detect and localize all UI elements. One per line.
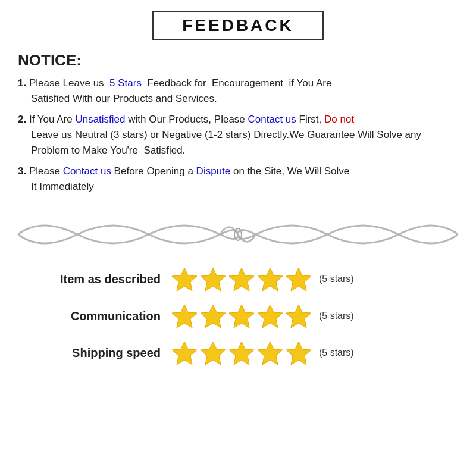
rating-row-shipping-speed: Shipping speed (5 stars)	[30, 340, 458, 366]
notice-number-2: 2.	[18, 114, 26, 125]
page: FEEDBACK NOTICE: 1. Please Leave us 5 St…	[0, 0, 476, 476]
svg-marker-9	[258, 305, 283, 328]
stars-communication: (5 stars)	[171, 303, 354, 329]
feedback-title: FEEDBACK	[182, 16, 294, 35]
five-stars-text: 5 Stars	[109, 77, 142, 89]
divider-wrap	[18, 214, 458, 255]
star-3-3	[228, 340, 255, 366]
svg-marker-13	[229, 342, 254, 365]
stars-item-as-described: (5 stars)	[171, 266, 354, 292]
star-3-4	[257, 340, 283, 366]
star-3-2	[200, 340, 226, 366]
feedback-box: FEEDBACK	[152, 11, 324, 40]
svg-marker-11	[172, 342, 197, 365]
star-2-2	[200, 303, 226, 329]
notice-item-3-text: 3. Please Contact us Before Opening a Di…	[18, 165, 349, 177]
rating-label-shipping-speed: Shipping speed	[30, 346, 161, 360]
star-count-2: (5 stars)	[319, 311, 354, 321]
star-1-3	[228, 266, 255, 292]
notice-number-3: 3.	[18, 165, 26, 177]
feedback-header-wrap: FEEDBACK	[18, 11, 458, 40]
star-count-1: (5 stars)	[319, 274, 354, 284]
star-3-5	[286, 340, 312, 366]
svg-marker-10	[286, 305, 311, 328]
notice-item-3-indent: It Immediately	[18, 179, 458, 195]
notice-item-2: 2. If You Are Unsatisfied with Our Produ…	[18, 112, 458, 159]
svg-marker-12	[201, 342, 226, 365]
star-1-1	[171, 266, 198, 292]
svg-marker-14	[258, 342, 283, 365]
svg-marker-15	[286, 342, 311, 365]
star-2-3	[228, 303, 255, 329]
dispute-text: Dispute	[196, 165, 231, 177]
svg-marker-4	[258, 268, 283, 291]
star-count-3: (5 stars)	[319, 347, 354, 358]
rating-row-item-as-described: Item as described (5 stars)	[30, 266, 458, 292]
svg-marker-1	[172, 268, 197, 291]
notice-list: 1. Please Leave us 5 Stars Feedback for …	[18, 76, 458, 199]
star-2-1	[171, 303, 198, 329]
star-2-4	[257, 303, 283, 329]
svg-marker-8	[229, 305, 254, 328]
notice-item-1-indent: Satisfied With our Products and Services…	[18, 91, 458, 107]
do-not-text: Do not	[324, 114, 354, 125]
svg-marker-7	[201, 305, 226, 328]
decorative-divider	[18, 214, 458, 255]
notice-item-1: 1. Please Leave us 5 Stars Feedback for …	[18, 76, 458, 107]
star-1-2	[200, 266, 226, 292]
ratings-section: Item as described (5 stars) Communicatio…	[18, 266, 458, 377]
notice-item-2-indent: Leave us Neutral (3 stars) or Negative (…	[18, 127, 458, 159]
contact-us-2: Contact us	[63, 165, 111, 177]
star-3-1	[171, 340, 198, 366]
unsatisfied-text: Unsatisfied	[75, 114, 125, 125]
notice-number-1: 1.	[18, 77, 26, 89]
svg-marker-3	[229, 268, 254, 291]
notice-item-3: 3. Please Contact us Before Opening a Di…	[18, 164, 458, 195]
star-1-4	[257, 266, 283, 292]
star-2-5	[286, 303, 312, 329]
rating-row-communication: Communication (5 stars)	[30, 303, 458, 329]
rating-label-communication: Communication	[30, 309, 161, 323]
contact-us-1: Contact us	[248, 114, 296, 125]
svg-marker-6	[172, 305, 197, 328]
svg-marker-2	[201, 268, 226, 291]
rating-label-item-as-described: Item as described	[30, 273, 161, 286]
svg-marker-5	[286, 268, 311, 291]
stars-shipping-speed: (5 stars)	[171, 340, 354, 366]
notice-item-2-text: 2. If You Are Unsatisfied with Our Produ…	[18, 114, 354, 125]
star-1-5	[286, 266, 312, 292]
notice-title: NOTICE:	[18, 51, 82, 70]
notice-item-1-text: 1. Please Leave us 5 Stars Feedback for …	[18, 77, 331, 89]
